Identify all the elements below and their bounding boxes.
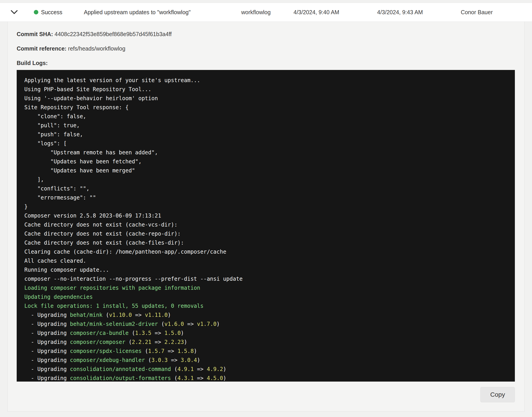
commit-reference-value: refs/heads/workflowlog bbox=[68, 45, 125, 52]
build-logs-heading: Build Logs: bbox=[17, 60, 515, 66]
expand-toggle[interactable] bbox=[0, 10, 31, 15]
commit-sha-line: Commit SHA: 4408c22342f53e859bef868e9b57… bbox=[17, 31, 515, 37]
workflow-description: Applied upstream updates to "workflowlog… bbox=[81, 9, 239, 16]
workflow-author: Conor Bauer bbox=[459, 9, 532, 16]
status-label: Success bbox=[41, 9, 62, 16]
copy-row: Copy bbox=[17, 387, 515, 402]
workflow-details-panel: Commit SHA: 4408c22342f53e859bef868e9b57… bbox=[7, 22, 525, 412]
workflow-branch: workflowlog bbox=[239, 9, 292, 16]
commit-reference-line: Commit reference: refs/heads/workflowlog bbox=[17, 45, 515, 52]
workflow-start-time: 4/3/2024, 9:40 AM bbox=[292, 9, 375, 16]
workflow-end-time: 4/3/2024, 9:43 AM bbox=[375, 9, 459, 16]
copy-button[interactable]: Copy bbox=[480, 387, 515, 402]
commit-reference-label: Commit reference: bbox=[17, 45, 67, 52]
status-dot-icon bbox=[34, 10, 38, 14]
workflow-status: Success bbox=[31, 9, 81, 16]
chevron-down-icon[interactable] bbox=[10, 10, 18, 15]
commit-sha-value: 4408c22342f53e859bef868e9b57d45f61b3a4ff bbox=[55, 31, 172, 37]
workflow-log-page: Success Applied upstream updates to "wor… bbox=[0, 3, 532, 412]
commit-sha-label: Commit SHA: bbox=[17, 31, 53, 37]
workflow-row[interactable]: Success Applied upstream updates to "wor… bbox=[0, 3, 532, 22]
build-log-terminal[interactable]: Applying the latest version of your site… bbox=[17, 70, 515, 382]
